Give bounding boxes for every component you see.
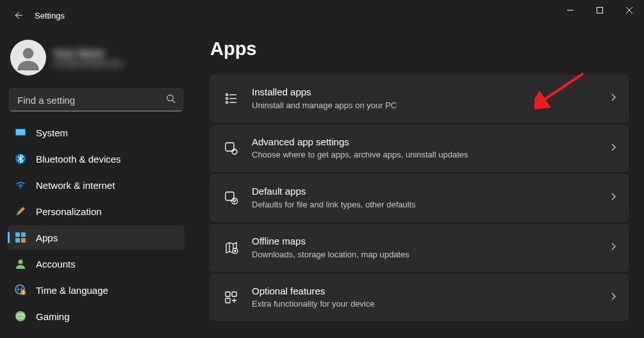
window-controls [556,0,644,20]
card-installed-apps[interactable]: Installed apps Uninstall and manage apps… [210,75,629,122]
svg-rect-4 [16,129,25,135]
window-title: Settings [35,11,65,20]
chevron-right-icon [609,143,618,154]
chevron-right-icon [609,242,618,254]
sidebar: User Name user@example.com System [0,31,192,338]
sidebar-item-time[interactable]: Time & language [8,278,185,302]
minimize-button[interactable] [556,0,585,20]
card-title: Optional features [252,285,597,298]
search-wrap [9,88,183,111]
card-desc: Choose where to get apps, archive apps, … [252,149,597,161]
sidebar-item-label: Accounts [36,259,76,270]
close-icon [626,7,632,13]
card-optional-features[interactable]: Optional features Extra functionality fo… [210,274,629,321]
sidebar-item-accounts[interactable]: Accounts [8,252,185,276]
sidebar-item-label: System [36,127,68,138]
svg-rect-9 [21,238,26,243]
sidebar-item-network[interactable]: Network & internet [8,173,185,197]
titlebar: Settings [0,0,644,31]
card-desc: Downloads, storage location, map updates [252,249,597,261]
sidebar-item-label: Bluetooth & devices [36,154,121,165]
chevron-right-icon [609,93,618,104]
bluetooth-icon [14,152,27,165]
chevron-right-icon [609,292,618,303]
svg-rect-8 [15,238,20,243]
card-default-apps[interactable]: Default apps Defaults for file and link … [210,174,629,221]
svg-rect-0 [597,8,603,13]
profile-block[interactable]: User Name user@example.com [8,35,185,86]
map-icon [222,239,240,257]
sidebar-item-label: Gaming [36,311,70,322]
sidebar-item-bluetooth[interactable]: Bluetooth & devices [8,147,185,171]
back-arrow-icon [13,10,23,20]
features-plus-icon [222,289,240,307]
card-desc: Extra functionality for your device [252,298,597,310]
svg-point-19 [232,149,237,154]
chevron-right-icon [609,192,618,204]
svg-rect-25 [226,298,230,303]
page-title: Apps [210,38,629,60]
svg-point-16 [226,97,228,99]
svg-rect-23 [226,292,230,296]
sidebar-nav: System Bluetooth & devices Network & int… [8,120,185,328]
card-title: Default apps [252,185,597,198]
globe-clock-icon [14,284,27,296]
monitor-icon [14,126,27,139]
profile-info: User Name user@example.com [54,47,122,68]
svg-rect-24 [232,292,236,296]
card-desc: Uninstall and manage apps on your PC [252,100,597,111]
svg-point-15 [226,93,228,95]
card-desc: Defaults for file and link types, other … [252,199,597,211]
search-icon [166,94,176,106]
sidebar-item-personalization[interactable]: Personalization [8,199,185,223]
gamepad-icon [14,310,27,323]
svg-point-10 [19,260,23,264]
svg-point-2 [167,95,173,101]
back-button[interactable] [5,3,31,28]
profile-name: User Name [54,47,122,59]
svg-rect-7 [21,232,26,237]
svg-point-1 [23,48,34,59]
profile-email: user@example.com [54,59,122,68]
sidebar-item-label: Time & language [36,285,108,296]
search-input[interactable] [9,88,183,111]
main-content: Apps Installed apps Uninstall and manage… [192,31,644,338]
sidebar-item-gaming[interactable]: Gaming [8,304,185,328]
avatar [10,40,46,76]
maximize-icon [597,7,603,13]
close-button[interactable] [615,0,644,20]
maximize-button[interactable] [585,0,615,20]
svg-point-17 [226,101,228,103]
minimize-icon [567,7,574,13]
person-icon [15,45,41,70]
card-title: Offline maps [252,235,597,248]
sidebar-item-apps[interactable]: Apps [8,225,185,250]
sidebar-item-label: Personalization [36,206,102,217]
card-title: Installed apps [252,86,597,99]
sidebar-item-label: Apps [36,232,58,243]
paintbrush-icon [14,205,27,218]
list-apps-icon [222,90,240,108]
card-advanced-app-settings[interactable]: Advanced app settings Choose where to ge… [210,125,629,172]
card-offline-maps[interactable]: Offline maps Downloads, storage location… [210,224,629,271]
app-gear-icon [222,140,240,157]
user-icon [14,257,27,270]
app-check-icon [222,189,240,207]
svg-rect-6 [15,232,20,237]
wifi-icon [14,179,27,191]
settings-cards: Installed apps Uninstall and manage apps… [210,75,629,321]
sidebar-item-label: Network & internet [36,180,115,191]
card-title: Advanced app settings [252,136,597,149]
apps-icon [14,231,27,244]
sidebar-item-system[interactable]: System [8,120,185,145]
